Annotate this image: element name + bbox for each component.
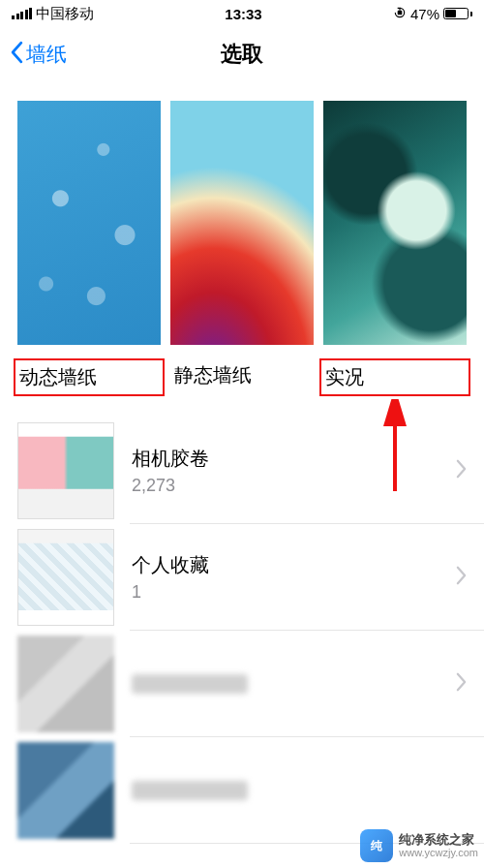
wallpaper-category-live[interactable]: 实况 bbox=[323, 101, 467, 396]
chevron-right-icon bbox=[456, 566, 467, 589]
wallpaper-label-static: 静态墙纸 bbox=[170, 358, 314, 392]
wallpaper-thumb-live bbox=[323, 101, 467, 345]
album-name: 相机胶卷 bbox=[132, 446, 439, 472]
album-row-favorites[interactable]: 个人收藏 1 bbox=[0, 524, 484, 631]
album-name-blurred bbox=[132, 781, 248, 800]
album-row-blurred[interactable] bbox=[0, 631, 484, 737]
album-row-blurred[interactable] bbox=[0, 737, 484, 844]
chevron-left-icon bbox=[10, 41, 24, 69]
battery-icon bbox=[443, 8, 472, 19]
carrier-label: 中国移动 bbox=[36, 5, 94, 23]
album-text: 个人收藏 1 bbox=[132, 552, 439, 603]
album-text: 相机胶卷 2,273 bbox=[132, 446, 439, 496]
status-time: 13:33 bbox=[225, 6, 261, 22]
watermark: 纯 纯净系统之家 www.ycwzjy.com bbox=[360, 829, 478, 862]
back-button[interactable]: 墙纸 bbox=[10, 41, 67, 69]
wallpaper-category-dynamic[interactable]: 动态墙纸 bbox=[17, 101, 161, 396]
album-count: 2,273 bbox=[132, 476, 439, 496]
album-thumb bbox=[17, 636, 114, 732]
album-count: 1 bbox=[132, 582, 439, 603]
chevron-right-icon bbox=[456, 672, 467, 696]
album-thumb bbox=[17, 422, 114, 519]
album-thumb bbox=[17, 529, 114, 626]
album-name-blurred bbox=[132, 674, 248, 694]
svg-rect-0 bbox=[398, 11, 402, 15]
album-text bbox=[132, 781, 467, 800]
wallpaper-label-dynamic: 动态墙纸 bbox=[14, 358, 165, 396]
battery-pct: 47% bbox=[410, 6, 439, 22]
album-thumb bbox=[17, 742, 114, 839]
signal-icon bbox=[12, 8, 32, 19]
page-title: 选取 bbox=[221, 40, 263, 69]
album-name: 个人收藏 bbox=[132, 552, 439, 578]
watermark-name: 纯净系统之家 bbox=[399, 833, 478, 847]
wallpaper-thumb-static bbox=[170, 101, 314, 345]
watermark-logo-icon: 纯 bbox=[360, 829, 393, 862]
wallpaper-category-static[interactable]: 静态墙纸 bbox=[170, 101, 314, 396]
back-label: 墙纸 bbox=[26, 41, 67, 68]
wallpaper-thumb-dynamic bbox=[17, 101, 161, 345]
album-text bbox=[132, 674, 439, 694]
status-bar: 中国移动 13:33 47% bbox=[0, 0, 484, 27]
content-area: 动态墙纸 静态墙纸 实况 相机胶卷 2,273 个人收藏 1 bbox=[0, 81, 484, 844]
status-left: 中国移动 bbox=[12, 5, 94, 23]
wallpaper-label-live: 实况 bbox=[319, 358, 470, 396]
orientation-lock-icon bbox=[393, 6, 407, 22]
album-row-camera-roll[interactable]: 相机胶卷 2,273 bbox=[0, 418, 484, 524]
status-right: 47% bbox=[393, 6, 472, 22]
wallpaper-category-row: 动态墙纸 静态墙纸 实况 bbox=[0, 101, 484, 396]
watermark-url: www.ycwzjy.com bbox=[399, 847, 478, 858]
nav-bar: 墙纸 选取 bbox=[0, 27, 484, 81]
watermark-text: 纯净系统之家 www.ycwzjy.com bbox=[399, 833, 478, 858]
album-list: 相机胶卷 2,273 个人收藏 1 bbox=[0, 418, 484, 844]
chevron-right-icon bbox=[456, 459, 467, 482]
